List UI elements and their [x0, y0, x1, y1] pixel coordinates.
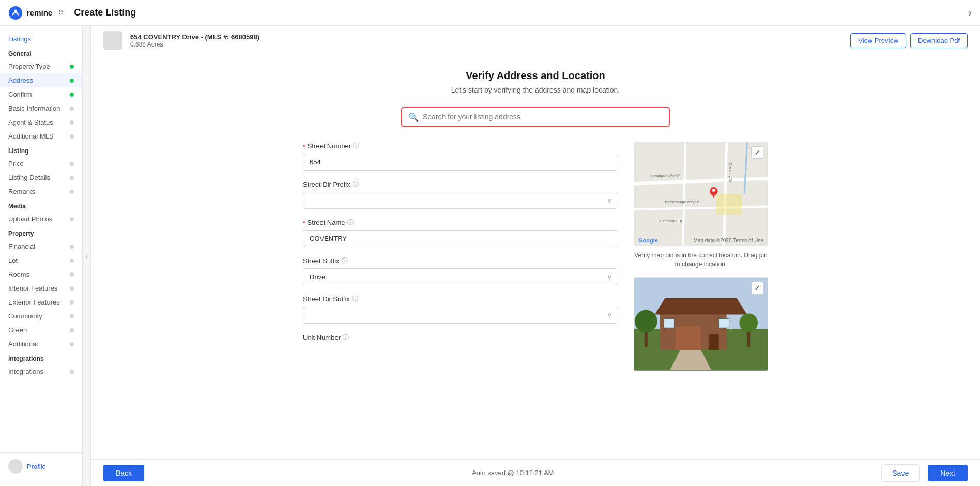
avatar [8, 459, 23, 474]
svg-text:Coventry Dr: Coventry Dr [728, 163, 732, 183]
sidebar-item-remarks[interactable]: Remarks [0, 185, 82, 199]
dot-listing-details [70, 176, 74, 180]
property-header: 654 COVENTRY Drive - (MLS #: 6680598) 0.… [91, 26, 980, 55]
sidebar-item-interior-features[interactable]: Interior Features [0, 281, 82, 295]
map-container: Farmington Way Dr Brackenridge Way Dr Co… [634, 142, 768, 246]
profile-link[interactable]: Profile [8, 459, 74, 474]
property-sub: 0.688 Acres [130, 41, 842, 48]
dot-confirm [70, 93, 74, 97]
sidebar-item-community[interactable]: Community [0, 309, 82, 323]
dot-property-type [70, 65, 74, 69]
sidebar-item-upload-photos[interactable]: Upload Photos [0, 212, 82, 226]
street-dir-prefix-select[interactable] [303, 192, 617, 209]
sidebar-item-additional[interactable]: Additional [0, 337, 82, 351]
content-area: 654 COVENTRY Drive - (MLS #: 6680598) 0.… [91, 26, 980, 486]
sidebar-item-exterior-features[interactable]: Exterior Features [0, 295, 82, 309]
header-buttons: View Preview Download Pdf [850, 33, 968, 48]
streetview-expand-button[interactable]: ⤢ [751, 282, 763, 294]
sidebar-item-rooms[interactable]: Rooms [0, 267, 82, 281]
dot-rooms [70, 272, 74, 277]
save-button[interactable]: Save [881, 464, 920, 482]
sidebar-item-address[interactable]: Address [0, 73, 82, 87]
sidebar-item-agent-status[interactable]: Agent & Status [0, 115, 82, 129]
sidebar-item-lot[interactable]: Lot [0, 253, 82, 267]
street-suffix-label: Street Suffix ⓘ [303, 256, 617, 265]
dot-price [70, 162, 74, 166]
back-button[interactable]: Back [103, 465, 144, 481]
download-pdf-button[interactable]: Download Pdf [910, 33, 968, 48]
dot-upload-photos [70, 217, 74, 221]
collapse-icon: ‹ [85, 252, 87, 260]
streetview-placeholder: ⤢ [634, 278, 768, 371]
address-search-wrapper: 🔍 [401, 107, 670, 127]
next-button[interactable]: Next [928, 465, 968, 481]
sidebar-item-listing-details[interactable]: Listing Details [0, 171, 82, 185]
map-column: Farmington Way Dr Brackenridge Way Dr Co… [634, 142, 768, 371]
sidebar-item-confirm[interactable]: Confirm [0, 87, 82, 101]
listings-label: Listings [8, 35, 31, 43]
sidebar-item-green[interactable]: Green [0, 323, 82, 337]
streetview-svg [634, 278, 768, 370]
dot-remarks [70, 190, 74, 194]
svg-rect-21 [709, 334, 719, 350]
dot-basic-info [70, 107, 74, 111]
street-suffix-select[interactable]: Drive [303, 268, 617, 285]
street-dir-suffix-group: Street Dir Suffix ⓘ ∨ [303, 295, 617, 324]
street-number-input[interactable] [303, 154, 617, 171]
form-area: Verify Address and Location Let's start … [91, 55, 980, 459]
info-icon-unit-number[interactable]: ⓘ [343, 333, 349, 342]
top-header: remine ⠿ Create Listing › [0, 0, 980, 26]
street-name-input[interactable] [303, 230, 617, 247]
sidebar-item-additional-mls[interactable]: Additional MLS [0, 129, 82, 143]
sidebar-item-listings[interactable]: Listings [0, 32, 82, 46]
street-dir-suffix-select[interactable] [303, 307, 617, 324]
info-icon-street-dir-prefix[interactable]: ⓘ [353, 180, 359, 189]
dot-green [70, 328, 74, 332]
svg-rect-20 [675, 326, 701, 350]
section-integrations: Integrations [0, 351, 82, 364]
street-name-group: • Street Name ⓘ [303, 218, 617, 247]
svg-point-26 [635, 310, 657, 332]
dot-agent-status [70, 120, 74, 125]
info-icon-street-name[interactable]: ⓘ [347, 218, 354, 227]
street-dir-suffix-label: Street Dir Suffix ⓘ [303, 295, 617, 303]
logo-icon [8, 6, 23, 20]
svg-rect-23 [719, 318, 729, 328]
property-thumbnail [103, 31, 122, 50]
address-search-input[interactable] [423, 109, 663, 125]
svg-text:Brackenridge Way Dr: Brackenridge Way Dr [665, 200, 699, 204]
info-icon-street-suffix[interactable]: ⓘ [342, 256, 348, 265]
unit-number-group: Unit Number ⓘ [303, 333, 617, 342]
streetview-container: ⤢ [634, 277, 768, 371]
street-number-group: • Street Number ⓘ [303, 142, 617, 171]
sidebar-item-integrations[interactable]: Integrations [0, 364, 82, 378]
unit-number-label: Unit Number ⓘ [303, 333, 617, 342]
info-icon-street-dir-suffix[interactable]: ⓘ [352, 295, 358, 303]
map-expand-button[interactable]: ⤢ [751, 146, 763, 159]
form-fields: • Street Number ⓘ Street Dir Prefix ⓘ [303, 142, 617, 371]
map-svg: Farmington Way Dr Brackenridge Way Dr Co… [634, 142, 768, 246]
section-property: Property [0, 226, 82, 239]
sidebar: Listings General Property Type Address C… [0, 26, 83, 486]
sidebar-item-basic-info[interactable]: Basic Information [0, 101, 82, 115]
dot-exterior-features [70, 300, 74, 305]
svg-rect-22 [664, 318, 675, 328]
dot-additional-mls [70, 134, 74, 139]
map-placeholder: Farmington Way Dr Brackenridge Way Dr Co… [634, 142, 768, 246]
svg-point-1 [14, 9, 17, 12]
street-dir-prefix-label: Street Dir Prefix ⓘ [303, 180, 617, 189]
required-dot-street-number: • [303, 142, 305, 150]
sidebar-item-financial[interactable]: Financial [0, 239, 82, 253]
street-suffix-wrapper: Drive ∨ [303, 268, 617, 285]
view-preview-button[interactable]: View Preview [850, 33, 906, 48]
street-suffix-group: Street Suffix ⓘ Drive ∨ [303, 256, 617, 285]
grid-icon[interactable]: ⠿ [58, 9, 64, 17]
section-listing: Listing [0, 143, 82, 157]
auto-save-text: Auto saved @ 10:12:21 AM [152, 469, 873, 477]
collapse-handle[interactable]: ‹ [83, 26, 91, 486]
map-credit: Map data ©2020 Terms of Use [693, 238, 763, 244]
sidebar-item-price[interactable]: Price [0, 157, 82, 171]
sidebar-item-property-type[interactable]: Property Type [0, 59, 82, 73]
info-icon-street-number[interactable]: ⓘ [353, 142, 359, 150]
google-logo: Google [638, 237, 658, 244]
